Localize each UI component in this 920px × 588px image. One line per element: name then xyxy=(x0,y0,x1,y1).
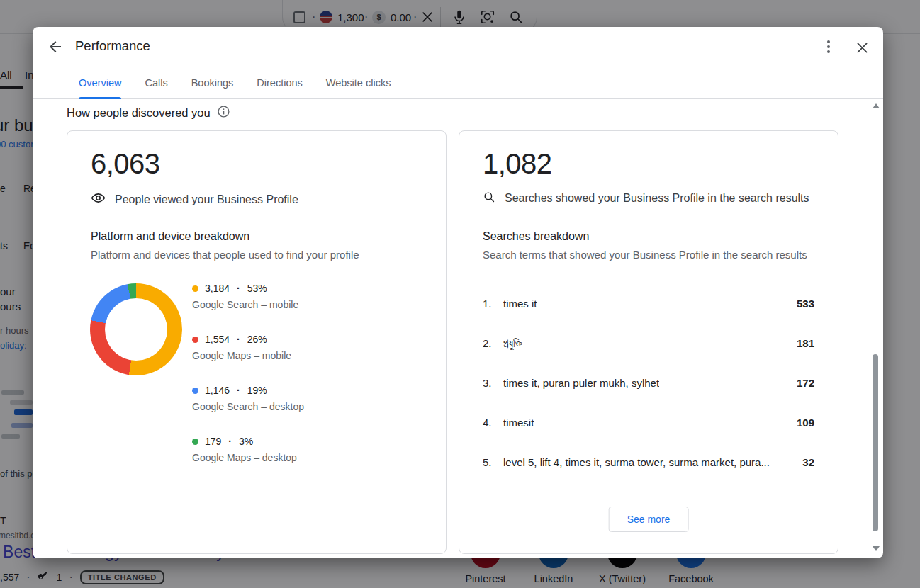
legend-item: 3,184 · 53% Google Search – mobile xyxy=(192,283,298,310)
donut-chart xyxy=(90,283,182,375)
legend-percent: 53% xyxy=(247,283,267,294)
searches-breakdown-title: Searches breakdown xyxy=(483,230,589,243)
legend-item: 1,554 · 26% Google Maps – mobile xyxy=(192,334,291,361)
info-icon[interactable] xyxy=(217,105,230,121)
scroll-down-icon[interactable] xyxy=(873,546,880,551)
views-caption: People viewed your Business Profile xyxy=(115,193,298,206)
section-title: How people discovered you xyxy=(67,106,211,120)
term-rank: 2. xyxy=(483,337,492,349)
legend-dot-green xyxy=(192,439,198,445)
search-term-row: 4. timesit 109 xyxy=(459,417,838,434)
legend-label: Google Maps – desktop xyxy=(192,452,297,463)
tab-bookings[interactable]: Bookings xyxy=(191,67,234,99)
views-value: 6,063 xyxy=(91,148,160,180)
tab-overview[interactable]: Overview xyxy=(79,67,121,99)
eye-icon xyxy=(91,191,106,208)
see-more-button[interactable]: See more xyxy=(609,507,689,532)
search-term-row: 5. level 5, lift 4, times it, surma towe… xyxy=(459,456,838,473)
legend-item: 1,146 · 19% Google Search – desktop xyxy=(192,385,304,412)
modal-title: Performance xyxy=(75,38,150,54)
term-count: 533 xyxy=(797,298,814,310)
term-count: 32 xyxy=(802,456,814,468)
tab-website-clicks[interactable]: Website clicks xyxy=(326,67,391,99)
back-arrow-icon[interactable] xyxy=(47,38,65,57)
platform-breakdown-subtitle: Platform and devices that people used to… xyxy=(91,249,359,261)
search-term-row: 2. প্রযুক্তি 181 xyxy=(459,337,838,354)
screen: · 1,300 · $ 0.00 · All In ur bus xyxy=(0,0,920,588)
searches-card: 1,082 Searches showed your Business Prof… xyxy=(459,130,838,554)
legend-percent: 26% xyxy=(247,334,267,345)
legend-separator: · xyxy=(228,436,232,447)
searches-breakdown-subtitle: Search terms that showed your Business P… xyxy=(483,249,807,261)
term-rank: 1. xyxy=(483,298,492,310)
legend-count: 1,146 xyxy=(205,385,230,396)
legend-percent: 3% xyxy=(239,436,253,447)
section-header: How people discovered you xyxy=(67,105,230,121)
scrollbar-thumb[interactable] xyxy=(873,354,878,531)
term-text: প্রযুক্তি xyxy=(503,337,522,350)
term-count: 109 xyxy=(797,417,814,429)
term-rank: 3. xyxy=(483,377,492,389)
scroll-up-icon[interactable] xyxy=(873,103,880,108)
term-count: 181 xyxy=(797,337,814,349)
views-card: 6,063 People viewed your Business Profil… xyxy=(67,130,447,554)
legend-separator: · xyxy=(237,283,240,294)
legend-item: 179 · 3% Google Maps – desktop xyxy=(192,436,297,463)
term-text: times it, puran puler mukh, sylhet xyxy=(503,377,659,389)
searches-caption-row: Searches showed your Business Profile in… xyxy=(483,191,809,206)
legend-label: Google Search – mobile xyxy=(192,299,298,310)
term-text: times it xyxy=(503,298,537,310)
legend-count: 3,184 xyxy=(205,283,230,294)
legend-separator: · xyxy=(237,334,240,345)
legend-separator: · xyxy=(237,385,240,396)
tab-directions[interactable]: Directions xyxy=(257,67,302,99)
term-rank: 4. xyxy=(483,417,492,429)
legend-dot-red xyxy=(192,337,198,343)
searches-caption: Searches showed your Business Profile in… xyxy=(505,192,809,205)
platform-breakdown-title: Platform and device breakdown xyxy=(91,230,249,243)
searches-value: 1,082 xyxy=(483,148,552,180)
more-options-icon[interactable] xyxy=(819,37,838,57)
tab-calls[interactable]: Calls xyxy=(145,67,167,99)
legend-count: 1,554 xyxy=(205,334,230,345)
legend-dot-yellow xyxy=(192,285,198,292)
legend-percent: 19% xyxy=(247,385,267,396)
term-rank: 5. xyxy=(483,456,492,468)
term-count: 172 xyxy=(797,377,814,389)
term-text: level 5, lift 4, times it, surma tower, … xyxy=(503,456,770,468)
modal-tabbar: Overview Calls Bookings Directions Websi… xyxy=(33,67,883,99)
close-icon[interactable] xyxy=(852,38,872,57)
search-term-row: 1. times it 533 xyxy=(459,298,838,315)
search-term-row: 3. times it, puran puler mukh, sylhet 17… xyxy=(459,377,838,394)
modal-header: Performance xyxy=(33,27,883,67)
search-icon xyxy=(483,191,495,206)
legend-label: Google Maps – mobile xyxy=(192,350,291,361)
legend-label: Google Search – desktop xyxy=(192,401,304,412)
legend-count: 179 xyxy=(205,436,221,447)
legend-dot-blue xyxy=(192,388,198,394)
modal-scrollbar[interactable] xyxy=(870,101,881,555)
performance-modal: Performance Overview Calls Bookings Dire… xyxy=(33,27,883,558)
views-caption-row: People viewed your Business Profile xyxy=(91,191,298,208)
term-text: timesit xyxy=(503,417,534,429)
